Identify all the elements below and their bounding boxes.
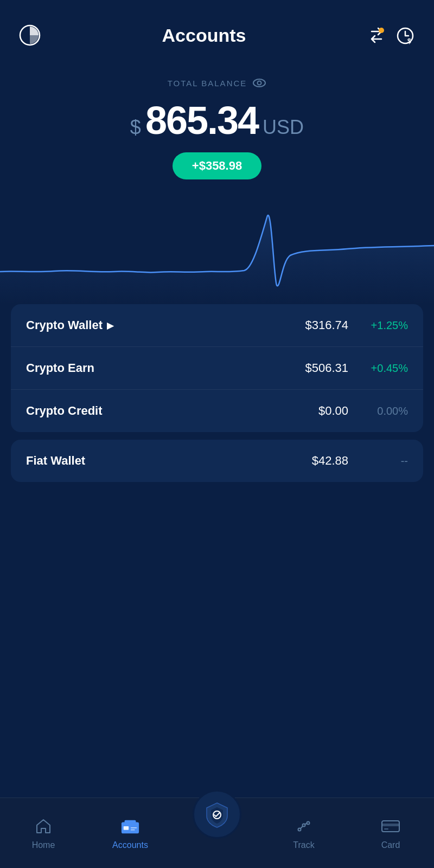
nav-label-card: Card xyxy=(381,840,400,850)
nav-label-accounts: Accounts xyxy=(112,840,148,850)
page-title: Accounts xyxy=(162,25,246,46)
balance-label: TOTAL BALANCE xyxy=(11,76,423,90)
nav-label-home: Home xyxy=(32,840,55,850)
home-icon xyxy=(34,816,53,836)
svg-rect-16 xyxy=(382,824,399,826)
crypto-wallet-row[interactable]: Crypto Wallet ▶ $316.74 +1.25% xyxy=(11,304,423,347)
svg-point-5 xyxy=(258,81,261,85)
svg-point-1 xyxy=(379,28,384,33)
pie-chart-icon[interactable] xyxy=(16,22,43,49)
track-icon xyxy=(294,816,314,836)
svg-rect-8 xyxy=(124,826,129,830)
svg-point-4 xyxy=(253,79,265,87)
accounts-icon xyxy=(120,816,140,836)
nav-item-card[interactable]: Card xyxy=(347,816,434,850)
balance-section: TOTAL BALANCE $ 865.34 USD +$358.98 xyxy=(0,60,434,179)
nav-item-center[interactable] xyxy=(174,790,260,855)
svg-text:$: $ xyxy=(407,37,411,45)
header: Accounts $ xyxy=(0,0,434,60)
balance-chart xyxy=(0,185,434,304)
svg-rect-7 xyxy=(125,820,136,823)
nav-label-track: Track xyxy=(293,840,314,850)
transfer-icon[interactable] xyxy=(365,23,388,47)
balance-amount: $ 865.34 USD xyxy=(11,98,423,143)
svg-rect-17 xyxy=(384,828,388,830)
crypto-credit-row[interactable]: Crypto Credit $0.00 0.00% xyxy=(11,390,423,432)
chevron-right-icon: ▶ xyxy=(107,320,113,331)
crypto-account-card: Crypto Wallet ▶ $316.74 +1.25% Crypto Ea… xyxy=(11,304,423,432)
clock-dollar-icon[interactable]: $ xyxy=(394,23,418,47)
svg-rect-9 xyxy=(131,827,137,828)
center-logo-button[interactable] xyxy=(193,790,241,839)
eye-icon[interactable] xyxy=(252,76,266,90)
card-icon xyxy=(381,816,400,836)
svg-rect-10 xyxy=(131,829,135,830)
balance-change-badge: +$358.98 xyxy=(173,152,261,179)
fiat-account-card: Fiat Wallet $42.88 -- xyxy=(11,440,423,482)
bottom-navigation: Home Accounts xyxy=(0,798,434,868)
nav-item-home[interactable]: Home xyxy=(0,816,87,850)
nav-item-accounts[interactable]: Accounts xyxy=(87,816,174,850)
nav-item-track[interactable]: Track xyxy=(260,816,347,850)
fiat-wallet-row[interactable]: Fiat Wallet $42.88 -- xyxy=(11,440,423,482)
accounts-list: Crypto Wallet ▶ $316.74 +1.25% Crypto Ea… xyxy=(0,304,434,482)
header-actions: $ xyxy=(365,23,418,47)
crypto-earn-row[interactable]: Crypto Earn $506.31 +0.45% xyxy=(11,347,423,390)
